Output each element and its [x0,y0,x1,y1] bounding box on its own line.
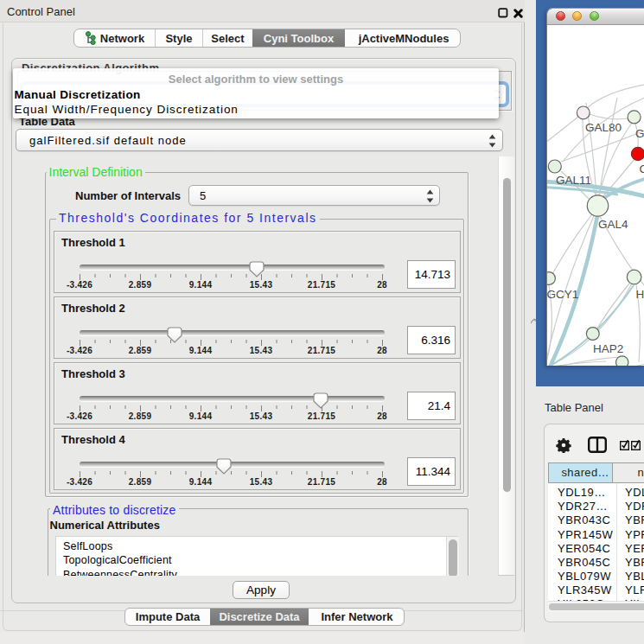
svg-text:GCY1: GCY1 [547,288,578,301]
svg-text:CR: CR [640,163,644,175]
svg-text:GAL80: GAL80 [585,121,622,134]
svg-text:HA: HA [636,288,644,301]
svg-text:GA: GA [635,127,644,140]
svg-text:GAL4: GAL4 [598,218,628,231]
svg-text:HAP2: HAP2 [593,342,623,355]
svg-text:GAL11: GAL11 [556,174,591,187]
